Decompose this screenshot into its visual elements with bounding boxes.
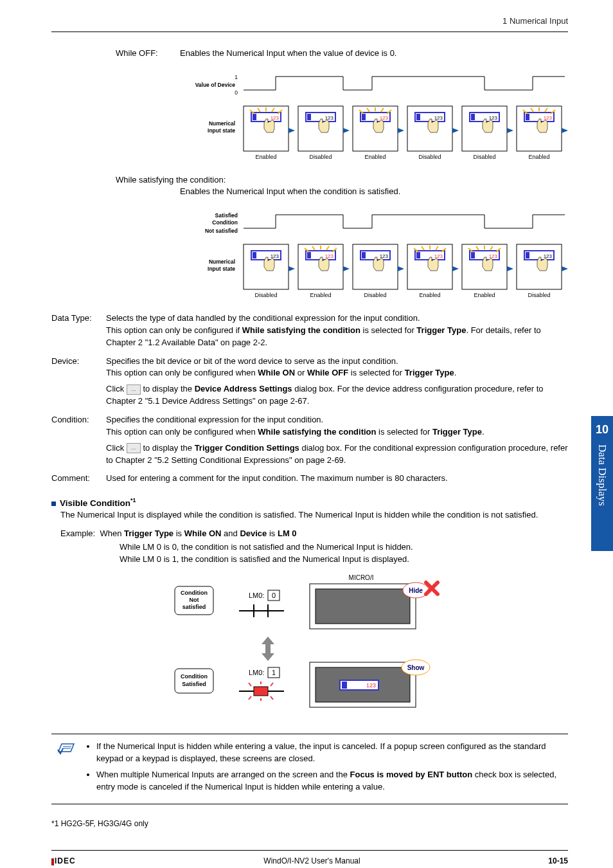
svg-text:satisfied: satisfied — [182, 604, 206, 610]
chart1-ylo: 0 — [235, 89, 238, 96]
svg-text:123: 123 — [271, 115, 280, 121]
svg-text:123: 123 — [271, 253, 280, 259]
svg-text:Disabled: Disabled — [528, 292, 550, 298]
svg-rect-36 — [471, 114, 475, 120]
svg-text:Not: Not — [190, 597, 199, 603]
def-data-type: Selects the type of data handled by the … — [106, 312, 568, 349]
svg-rect-89 — [471, 252, 475, 258]
svg-line-84 — [436, 246, 438, 250]
svg-text:Numerical: Numerical — [209, 258, 235, 265]
ellipsis-button-icon: ... — [127, 384, 141, 395]
note-item-2: When multiple Numerical Inputs are arran… — [96, 769, 563, 793]
svg-text:Show: Show — [407, 664, 425, 671]
svg-line-132 — [249, 683, 251, 686]
svg-text:MICRO/I: MICRO/I — [349, 574, 374, 581]
svg-text:123: 123 — [380, 253, 389, 259]
svg-text:Disabled: Disabled — [473, 154, 495, 160]
svg-line-67 — [326, 246, 329, 250]
svg-text:123: 123 — [489, 253, 498, 259]
svg-marker-75 — [398, 266, 404, 271]
ellipsis-button-icon: ... — [127, 443, 141, 453]
whileoff-label: While OFF: — [116, 48, 180, 60]
svg-rect-2 — [253, 114, 256, 120]
chart1-yhi: 1 — [235, 74, 238, 80]
svg-text:Disabled: Disabled — [364, 292, 386, 298]
timing-chart-while-off: 1 0 Value of Device Numerical Input stat… — [51, 68, 568, 168]
svg-marker-33 — [452, 128, 459, 133]
svg-text:123: 123 — [544, 115, 553, 121]
whileoff-desc: Enables the Numerical Input when the val… — [180, 48, 568, 60]
svg-marker-50 — [562, 128, 568, 133]
svg-line-133 — [271, 683, 273, 686]
svg-marker-10 — [289, 128, 295, 133]
chart1-botlabel-1: Numerical — [209, 120, 235, 127]
svg-rect-131 — [254, 687, 268, 696]
svg-marker-58 — [289, 266, 295, 271]
svg-marker-27 — [398, 128, 404, 133]
bullet-square-icon — [51, 502, 56, 506]
term-condition: Condition: — [51, 414, 106, 426]
svg-rect-61 — [307, 252, 311, 258]
note-item-1: If the Numerical Input is hidden while e… — [96, 741, 563, 765]
header-rule — [51, 32, 568, 32]
chart2-lo: Not satisfied — [205, 228, 238, 234]
svg-text:Condition: Condition — [181, 673, 208, 680]
term-comment: Comment: — [51, 473, 106, 485]
svg-text:123: 123 — [325, 253, 334, 259]
def-device: Specifies the bit device or bit of the w… — [106, 356, 568, 408]
svg-text:123: 123 — [380, 115, 389, 121]
svg-marker-103 — [562, 266, 568, 271]
svg-line-25 — [381, 108, 384, 112]
svg-text:Disabled: Disabled — [309, 154, 332, 160]
svg-line-135 — [271, 696, 273, 700]
svg-text:Input state: Input state — [208, 266, 235, 272]
svg-text:LM0:: LM0: — [249, 669, 264, 676]
chart2-hi: Satisfied — [215, 212, 238, 219]
svg-rect-55 — [253, 252, 256, 258]
footnote: *1 HG2G-5F, HG3G/4G only — [51, 818, 568, 829]
svg-rect-72 — [362, 252, 366, 258]
chart1-botlabel-2: Input state — [208, 127, 235, 134]
chapter-side-tab: 10 Data Displays — [591, 416, 613, 551]
svg-marker-121 — [262, 637, 274, 644]
svg-rect-116 — [315, 589, 410, 624]
svg-text:Enabled: Enabled — [364, 154, 386, 160]
svg-marker-16 — [343, 128, 350, 133]
chapter-number: 10 — [591, 416, 613, 438]
chart1-toplabel: Value of Device — [195, 82, 236, 88]
svg-text:Disabled: Disabled — [418, 154, 441, 160]
header-section: 1 Numerical Input — [51, 15, 568, 32]
svg-text:123: 123 — [325, 115, 334, 121]
timing-chart-while-cond: Satisfied Not satisfied Condition Numeri… — [51, 206, 568, 306]
svg-text:123: 123 — [489, 115, 498, 121]
svg-text:1: 1 — [272, 669, 276, 676]
idec-logo: IDEC — [51, 856, 76, 867]
term-device: Device: — [51, 356, 106, 368]
svg-text:Satisfied: Satisfied — [182, 681, 206, 687]
svg-text:Condition: Condition — [181, 590, 208, 596]
svg-text:Enabled: Enabled — [528, 154, 549, 160]
footer: IDEC WindO/I-NV2 User's Manual 10-15 — [51, 856, 568, 867]
svg-line-47 — [531, 108, 533, 112]
whilecond-label: While satisfying the condition: — [116, 174, 568, 186]
chart2-toplabel: Condition — [212, 219, 238, 226]
svg-rect-30 — [416, 114, 420, 120]
def-comment: Used for entering a comment for the inpu… — [106, 473, 568, 485]
svg-marker-97 — [507, 266, 513, 271]
svg-rect-42 — [526, 114, 529, 120]
def-condition: Specifies the conditional expression for… — [106, 414, 568, 466]
svg-line-134 — [249, 696, 251, 700]
section-visible-condition: Visible Condition*1 — [51, 496, 568, 509]
svg-marker-39 — [507, 128, 513, 133]
svg-line-95 — [490, 246, 493, 250]
svg-text:123: 123 — [544, 253, 553, 259]
svg-rect-13 — [307, 114, 311, 120]
svg-text:Enabled: Enabled — [255, 154, 276, 160]
svg-rect-141 — [342, 682, 347, 689]
svg-marker-86 — [452, 266, 459, 271]
svg-text:123: 123 — [434, 115, 443, 121]
svg-line-8 — [272, 108, 274, 112]
note-box: If the Numerical Input is hidden while e… — [51, 734, 568, 804]
visible-example: Example: When Trigger Type is While ON a… — [60, 528, 568, 566]
svg-marker-69 — [343, 266, 350, 271]
